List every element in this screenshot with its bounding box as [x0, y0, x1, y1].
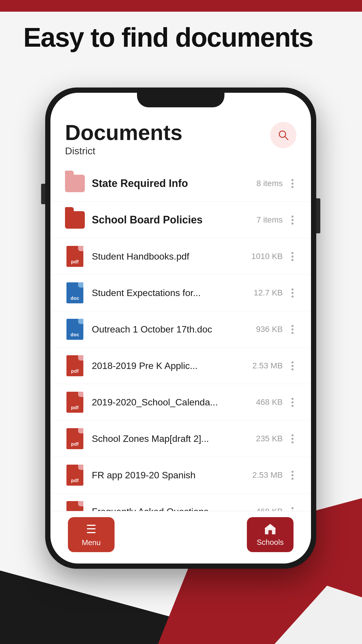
file-size: 2.53 MB	[252, 470, 283, 480]
list-item[interactable]: pdf 2019-2020_School_Calenda... 468 KB	[50, 384, 311, 421]
more-menu-button[interactable]	[289, 431, 296, 446]
file-row: Frequently Asked Questions... 468 KB	[92, 504, 296, 511]
file-size: 936 KB	[256, 325, 283, 334]
list-item[interactable]: pdf School Zones Map[draft 2]... 235 KB	[50, 421, 311, 457]
file-row: Student Handbooks.pdf 1010 KB	[92, 249, 296, 264]
file-count: 8 items	[256, 179, 283, 188]
pdf-label: pdf	[71, 405, 79, 410]
screen-content: Documents District	[50, 93, 311, 564]
file-size: 12.7 KB	[254, 288, 283, 298]
file-row: School Zones Map[draft 2]... 235 KB	[92, 431, 296, 446]
list-item[interactable]: pdf Frequently Asked Questions... 468 KB	[50, 494, 311, 511]
list-item[interactable]: pdf Student Handbooks.pdf 1010 KB	[50, 238, 311, 275]
screen-title: Documents	[65, 122, 182, 144]
list-item[interactable]: School Board Policies 7 items	[50, 202, 311, 238]
more-dot	[291, 179, 294, 181]
file-name: FR app 2019-20 Spanish	[92, 470, 196, 481]
screen-subtitle: District	[65, 145, 182, 157]
top-bar	[0, 0, 362, 12]
more-dot	[291, 441, 294, 443]
file-name: State Required Info	[92, 177, 188, 190]
more-dot	[291, 259, 294, 261]
phone-screen: Documents District	[50, 93, 311, 564]
doc-shape: doc	[66, 282, 83, 303]
file-row: Outreach 1 October 17th.doc 936 KB	[92, 322, 296, 337]
more-dot	[291, 252, 294, 254]
more-menu-button[interactable]	[289, 395, 296, 410]
screen-header: Documents District	[50, 110, 311, 162]
file-size: 2.53 MB	[252, 361, 283, 370]
more-menu-button[interactable]	[289, 504, 296, 511]
list-item[interactable]: doc Outreach 1 October 17th.doc 936 KB	[50, 311, 311, 348]
folder-shape	[65, 175, 85, 192]
doc-file-icon: doc	[65, 318, 85, 341]
more-menu-button[interactable]	[289, 322, 296, 337]
file-row: FR app 2019-20 Spanish 2.53 MB	[92, 468, 296, 483]
more-dot	[291, 368, 294, 370]
phone-notch	[137, 93, 224, 107]
more-dot	[291, 474, 294, 476]
more-menu-button[interactable]	[289, 286, 296, 300]
pdf-file-icon: pdf	[65, 463, 85, 487]
file-row: 2019-2020_School_Calenda... 468 KB	[92, 395, 296, 410]
bottom-nav: ☰ Menu Schools	[50, 511, 311, 564]
file-name: School Zones Map[draft 2]...	[92, 433, 209, 444]
svg-rect-5	[269, 526, 271, 528]
more-dot	[291, 295, 294, 298]
file-size: 1010 KB	[252, 252, 283, 261]
more-menu-button[interactable]	[289, 468, 296, 483]
more-dot	[291, 325, 294, 327]
file-count: 7 items	[256, 215, 283, 225]
more-dot	[291, 288, 294, 290]
more-dot	[291, 438, 294, 440]
schools-nav-label: Schools	[257, 538, 284, 547]
more-dot	[291, 434, 294, 436]
pdf-file-icon: pdf	[65, 354, 85, 377]
pdf-shape: pdf	[66, 392, 83, 413]
header-titles: Documents District	[65, 122, 182, 157]
search-icon	[277, 129, 290, 141]
pdf-file-icon: pdf	[65, 391, 85, 414]
list-item[interactable]: State Required Info 8 items	[50, 165, 311, 202]
more-dot	[291, 328, 294, 330]
more-menu-button[interactable]	[289, 213, 296, 228]
folder-icon	[65, 208, 85, 232]
file-row: State Required Info 8 items	[92, 176, 296, 191]
schools-nav-button[interactable]: Schools	[247, 517, 294, 552]
more-dot	[291, 292, 294, 294]
more-dot	[291, 365, 294, 367]
more-dot	[291, 398, 294, 400]
more-dot	[291, 186, 294, 188]
pdf-file-icon: pdf	[65, 245, 85, 268]
file-size: 468 KB	[256, 507, 283, 511]
list-item[interactable]: pdf FR app 2019-20 Spanish 2.53 MB	[50, 457, 311, 494]
file-name: Frequently Asked Questions...	[92, 506, 216, 511]
menu-icon: ☰	[86, 522, 96, 536]
more-menu-button[interactable]	[289, 358, 296, 373]
pdf-shape: pdf	[66, 428, 83, 449]
pdf-label: pdf	[71, 478, 79, 483]
menu-nav-button[interactable]: ☰ Menu	[68, 517, 115, 552]
file-size: 468 KB	[256, 398, 283, 407]
more-menu-button[interactable]	[289, 176, 296, 191]
svg-rect-4	[268, 530, 272, 534]
more-dot	[291, 401, 294, 403]
file-name: 2019-2020_School_Calenda...	[92, 397, 218, 408]
phone-wrapper: Documents District	[45, 88, 316, 569]
file-row: School Board Policies 7 items	[92, 213, 296, 228]
file-name: Student Expectations for...	[92, 288, 201, 298]
pdf-label: pdf	[71, 369, 79, 374]
folder-shape	[65, 211, 85, 229]
pdf-shape: pdf	[66, 355, 83, 376]
more-menu-button[interactable]	[289, 249, 296, 264]
list-item[interactable]: pdf 2018-2019 Pre K Applic... 2.53 MB	[50, 348, 311, 384]
search-button[interactable]	[270, 122, 296, 148]
file-name: Outreach 1 October 17th.doc	[92, 324, 212, 335]
schools-icon	[264, 523, 277, 536]
file-name: Student Handbooks.pdf	[92, 251, 189, 262]
more-dot	[291, 507, 294, 509]
list-item[interactable]: doc Student Expectations for... 12.7 KB	[50, 275, 311, 311]
more-dot	[291, 216, 294, 218]
pdf-label: pdf	[71, 259, 79, 265]
file-row: Student Expectations for... 12.7 KB	[92, 286, 296, 300]
